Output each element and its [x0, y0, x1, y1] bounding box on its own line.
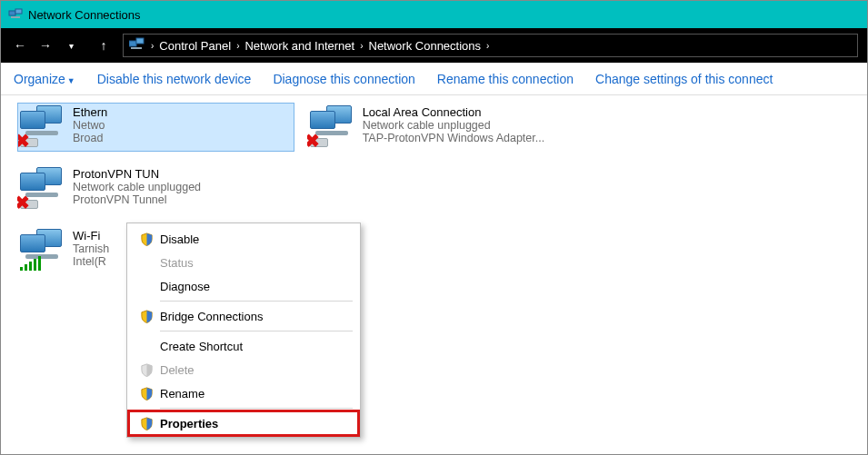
connection-device: Intel(R — [73, 255, 109, 268]
menu-separator — [160, 331, 353, 331]
connection-item-ethernet[interactable]: ✖ Ethern Netwo Broad — [17, 103, 294, 152]
menu-label: Disable — [160, 232, 199, 246]
cmd-diagnose[interactable]: Diagnose this connection — [273, 72, 414, 86]
connection-item-protonvpn[interactable]: ✖ ProtonVPN TUN Network cable unplugged … — [17, 164, 290, 213]
path-icon — [129, 37, 145, 54]
ethernet-icon: ✖ — [310, 105, 357, 149]
menu-label: Create Shortcut — [160, 340, 243, 353]
connection-device: Broad — [73, 132, 107, 144]
menu-bridge[interactable]: Bridge Connections — [129, 304, 358, 328]
connection-name: ProtonVPN TUN — [73, 167, 201, 181]
shield-icon — [136, 310, 156, 323]
chevron-right-icon: › — [484, 41, 491, 51]
chevron-right-icon: › — [358, 41, 364, 51]
menu-label: Diagnose — [160, 280, 210, 293]
menu-properties[interactable]: Properties — [129, 411, 358, 435]
window-title: Network Connections — [28, 8, 141, 22]
connection-item-local-area[interactable]: ✖ Local Area Connection Network cable un… — [307, 103, 580, 152]
window-icon — [8, 7, 23, 22]
content-area: ✖ Ethern Netwo Broad ✖ Local Area Connec… — [1, 95, 867, 295]
menu-label: Rename — [160, 387, 205, 401]
menu-create-shortcut[interactable]: Create Shortcut — [129, 334, 358, 358]
forward-button[interactable]: → — [35, 35, 55, 55]
menu-separator — [160, 301, 353, 302]
menu-label: Delete — [160, 363, 195, 377]
x-error-icon: ✖ — [17, 192, 30, 213]
menu-label: Properties — [160, 417, 218, 430]
crumb-network-connections[interactable]: Network Connections — [365, 39, 485, 53]
organize-menu[interactable]: Organize▼ — [14, 72, 75, 86]
ethernet-icon: ✖ — [20, 105, 67, 149]
breadcrumb-box[interactable]: › Control Panel › Network and Internet ›… — [123, 34, 858, 57]
crumb-control-panel[interactable]: Control Panel — [155, 39, 234, 53]
menu-status: Status — [129, 251, 358, 274]
shield-icon — [136, 363, 156, 377]
chevron-right-icon: › — [234, 41, 241, 51]
connection-status: Network cable unplugged — [73, 181, 201, 193]
connection-device: ProtonVPN Tunnel — [73, 193, 201, 206]
menu-separator — [160, 408, 353, 409]
svg-rect-4 — [136, 38, 144, 44]
cmd-rename[interactable]: Rename this connection — [437, 72, 574, 86]
title-bar: Network Connections — [1, 1, 867, 28]
x-error-icon: ✖ — [307, 130, 320, 152]
cmd-disable-device[interactable]: Disable this network device — [97, 72, 252, 86]
crumb-network-internet[interactable]: Network and Internet — [241, 39, 358, 53]
menu-diagnose[interactable]: Diagnose — [129, 274, 358, 298]
svg-rect-3 — [129, 41, 136, 46]
connection-device: TAP-ProtonVPN Windows Adapter... — [363, 132, 545, 144]
command-bar: Organize▼ Disable this network device Di… — [1, 63, 867, 95]
organize-label: Organize — [14, 72, 65, 86]
connection-status: Network cable unplugged — [363, 119, 545, 132]
back-button[interactable]: ← — [10, 35, 30, 55]
connection-status: Tarnish — [73, 242, 109, 255]
menu-label: Status — [160, 256, 194, 270]
connection-name: Local Area Connection — [363, 105, 545, 119]
ethernet-icon: ✖ — [20, 167, 67, 211]
connection-name: Ethern — [73, 105, 107, 119]
context-menu: Disable Status Diagnose Bridge Connectio… — [126, 223, 361, 438]
menu-disable[interactable]: Disable — [129, 227, 358, 251]
caret-down-icon: ▼ — [67, 76, 75, 85]
svg-rect-2 — [11, 16, 20, 18]
cmd-change-settings[interactable]: Change settings of this connect — [595, 72, 773, 86]
menu-rename[interactable]: Rename — [129, 381, 358, 405]
wifi-icon — [20, 229, 67, 272]
shield-icon — [136, 232, 156, 246]
svg-rect-1 — [15, 9, 22, 14]
connection-name: Wi-Fi — [73, 229, 109, 242]
address-bar: ← → ▾ ↑ › Control Panel › Network and In… — [1, 28, 867, 63]
shield-icon — [136, 387, 156, 401]
up-button[interactable]: ↑ — [94, 35, 114, 55]
svg-rect-5 — [131, 47, 142, 49]
x-error-icon: ✖ — [17, 130, 30, 152]
menu-label: Bridge Connections — [160, 310, 263, 323]
connection-status: Netwo — [73, 119, 107, 132]
svg-rect-0 — [9, 11, 15, 15]
chevron-right-icon: › — [149, 41, 155, 51]
menu-delete: Delete — [129, 358, 358, 381]
recent-drop-icon[interactable]: ▾ — [61, 35, 81, 55]
shield-icon — [136, 417, 156, 430]
